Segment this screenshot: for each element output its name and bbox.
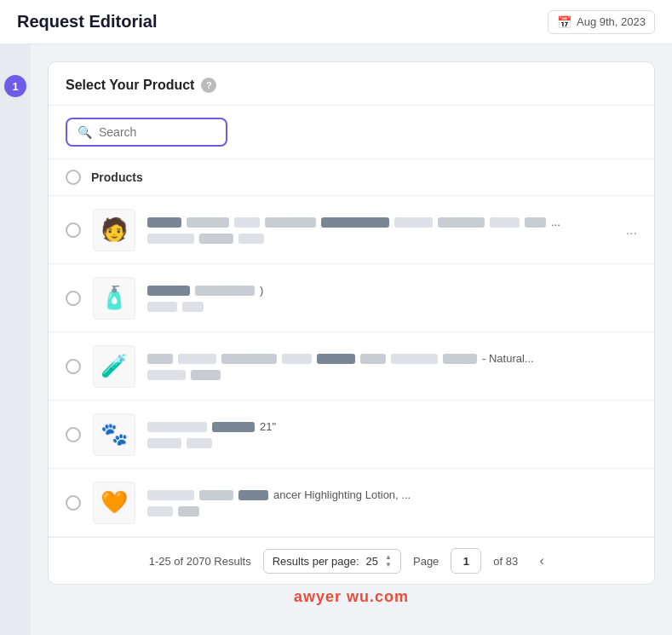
product-text-block xyxy=(187,438,212,448)
product-text-block xyxy=(191,370,221,380)
watermark: awyer wu.com xyxy=(48,585,655,613)
product-text-block xyxy=(147,506,173,517)
product-info-line xyxy=(147,370,637,380)
product-text-block xyxy=(212,422,255,432)
product-text-block xyxy=(443,354,477,364)
product-text-block xyxy=(147,490,194,500)
product-text-block xyxy=(360,354,386,364)
product-info: ancer Highlighting Lotion, ... xyxy=(147,488,637,517)
date-text: Aug 9th, 2023 xyxy=(577,15,646,28)
pagination-range: 1-25 of 2070 Results xyxy=(149,555,251,568)
product-row[interactable]: 🧴) xyxy=(49,264,654,332)
product-row[interactable]: 🧑...... xyxy=(49,196,654,264)
products-all-row[interactable]: Products xyxy=(49,159,654,196)
main-layout: 1 Select Your Product ? 🔍 Products xyxy=(0,44,672,635)
product-row[interactable]: 🐾21" xyxy=(49,401,654,469)
product-text-block xyxy=(234,217,260,228)
search-icon: 🔍 xyxy=(78,125,92,139)
search-input[interactable] xyxy=(99,125,215,139)
product-info: - Natural... xyxy=(147,352,637,380)
product-radio[interactable] xyxy=(66,359,81,374)
card-header: Select Your Product ? xyxy=(49,62,654,106)
content-area: Select Your Product ? 🔍 Products 🧑......… xyxy=(31,44,672,635)
product-info-line xyxy=(147,302,637,312)
date-badge: 📅 Aug 9th, 2023 xyxy=(548,10,655,34)
product-visible-text: ancer Highlighting Lotion, ... xyxy=(273,488,411,501)
product-text-block xyxy=(525,217,546,228)
product-text-block xyxy=(265,217,316,228)
product-text-block xyxy=(221,354,277,364)
product-row[interactable]: 🧡ancer Highlighting Lotion, ... xyxy=(49,469,654,537)
product-text-block xyxy=(147,217,181,228)
product-text-block xyxy=(238,234,264,244)
search-wrapper[interactable]: 🔍 xyxy=(66,118,227,147)
products-label: Products xyxy=(91,170,143,184)
product-info-line: ancer Highlighting Lotion, ... xyxy=(147,488,637,501)
product-text-block xyxy=(438,217,485,228)
product-visible-text: - Natural... xyxy=(482,352,534,365)
product-text-block xyxy=(282,354,312,364)
product-info: ... xyxy=(147,216,614,244)
product-text-block xyxy=(182,302,204,312)
product-text-block xyxy=(187,217,229,228)
product-text-block xyxy=(147,302,177,312)
product-radio[interactable] xyxy=(66,427,81,442)
app-header: Request Editorial 📅 Aug 9th, 2023 xyxy=(0,0,672,44)
help-icon[interactable]: ? xyxy=(201,78,216,93)
product-text-block xyxy=(490,217,520,228)
product-text-block xyxy=(394,217,433,228)
page-input[interactable]: 1 xyxy=(451,548,481,574)
product-radio[interactable] xyxy=(66,291,81,306)
product-radio[interactable] xyxy=(66,222,81,238)
product-text-block xyxy=(178,354,216,364)
product-visible-text: 21" xyxy=(260,420,276,433)
product-text-block xyxy=(147,234,194,244)
search-section: 🔍 xyxy=(49,106,654,159)
product-info-line: 21" xyxy=(147,420,637,433)
per-page-select[interactable]: Results per page: 25 ▲ ▼ xyxy=(263,549,401,574)
product-list: 🧑......🧴)🧪- Natural...🐾21"🧡ancer Highlig… xyxy=(49,196,654,537)
pagination-bar: 1-25 of 2070 Results Results per page: 2… xyxy=(49,537,654,584)
per-page-arrows[interactable]: ▲ ▼ xyxy=(385,554,392,569)
product-thumbnail: 🐾 xyxy=(93,413,135,456)
select-all-radio[interactable] xyxy=(66,170,81,185)
product-thumbnail: 🧡 xyxy=(93,482,135,524)
page-label: Page xyxy=(413,555,439,568)
product-thumbnail: 🧑 xyxy=(93,209,135,251)
product-info-line xyxy=(147,506,637,517)
product-text-block xyxy=(317,354,355,364)
product-text-block xyxy=(147,286,190,296)
product-info-line xyxy=(147,234,614,244)
product-visible-text: ) xyxy=(260,284,263,297)
page-prev-btn[interactable]: ‹ xyxy=(530,549,554,573)
page-title: Request Editorial xyxy=(17,12,157,32)
product-info-line xyxy=(147,438,637,448)
product-text-block xyxy=(147,370,186,380)
product-info-line: ... xyxy=(147,216,614,228)
product-text-block xyxy=(199,234,233,244)
per-page-value: 25 xyxy=(366,555,378,568)
per-page-label: Results per page: xyxy=(273,555,359,568)
product-visible-text: ... xyxy=(551,216,560,228)
product-text-block xyxy=(147,354,173,364)
product-text-block xyxy=(195,286,255,296)
product-thumbnail: 🧪 xyxy=(93,345,135,388)
product-radio[interactable] xyxy=(66,495,81,511)
product-text-block xyxy=(199,490,233,500)
section-title: Select Your Product xyxy=(66,78,194,93)
product-info-line: ) xyxy=(147,284,637,297)
product-info: 21" xyxy=(147,420,637,448)
product-row[interactable]: 🧪- Natural... xyxy=(49,332,654,401)
product-text-block xyxy=(391,354,438,364)
product-text-block xyxy=(178,506,199,517)
step-sidebar: 1 xyxy=(0,44,31,635)
product-text-block xyxy=(147,422,207,432)
page-total: of 83 xyxy=(493,555,518,568)
product-text-block xyxy=(321,217,389,228)
product-info: ) xyxy=(147,284,637,312)
product-more-icon[interactable]: ... xyxy=(626,222,637,238)
product-info-line: - Natural... xyxy=(147,352,637,365)
product-thumbnail: 🧴 xyxy=(93,277,135,320)
step-1-indicator: 1 xyxy=(4,75,26,97)
product-text-block xyxy=(238,490,268,500)
